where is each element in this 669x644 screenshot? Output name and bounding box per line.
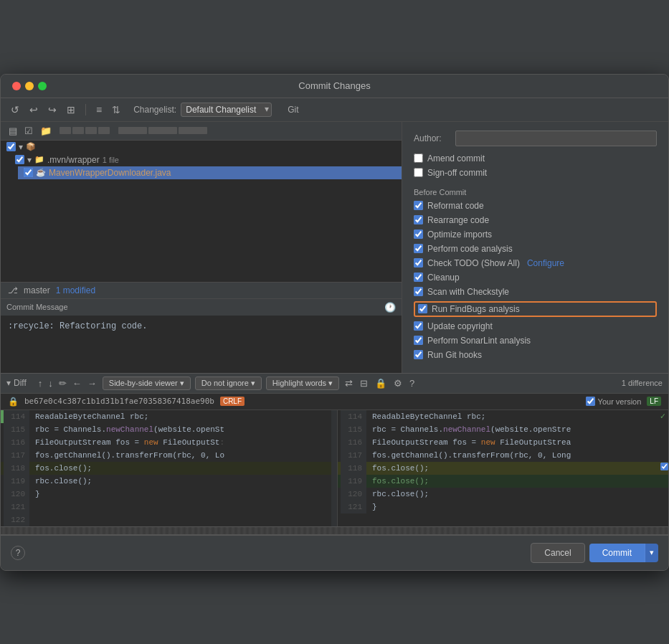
minimize-button[interactable]: [25, 82, 34, 90]
optimize-checkbox[interactable]: [414, 229, 423, 239]
author-input[interactable]: [455, 131, 657, 146]
root-checkbox[interactable]: [6, 142, 16, 151]
tree-check-icon[interactable]: ☑: [22, 125, 35, 137]
configure-link[interactable]: Configure: [527, 258, 564, 268]
diff-collapse-icon: ▾: [6, 378, 11, 388]
option-cleanup-row: Cleanup: [414, 273, 657, 283]
dialog-title: Commit Changes: [298, 80, 370, 91]
rearrange-checkbox[interactable]: [414, 215, 423, 224]
toolbar: ↺ ↩ ↪ ⊞ ≡ ⇅ Changelist: Default Changeli…: [1, 98, 668, 122]
diff-right-label: Your version: [598, 397, 642, 406]
cleanup-label: Cleanup: [427, 273, 460, 283]
status-bar: ⎇ master 1 modified: [1, 282, 402, 299]
diff-header: ▾ Diff ↑ ↓ ✏ ← → Side-by-side viewer ▾ D…: [1, 374, 668, 394]
viewer-select[interactable]: Side-by-side viewer ▾: [103, 377, 191, 390]
diff-columns-icon[interactable]: ⊟: [359, 377, 369, 390]
tree-file-row[interactable]: ☕ MavenWrapperDownloader.java: [18, 166, 402, 179]
diff-toggle[interactable]: ▾ Diff: [6, 378, 27, 388]
viewer-label: Side-by-side viewer: [109, 379, 178, 387]
findbugs-label: Run FindBugs analysis: [432, 304, 520, 314]
refresh-icon[interactable]: ↺: [8, 103, 22, 117]
ignore-arrow: ▾: [251, 379, 255, 388]
maximize-button[interactable]: [38, 82, 47, 90]
commit-button[interactable]: Commit: [589, 544, 645, 562]
help-button[interactable]: ?: [11, 546, 25, 560]
diff-up-icon[interactable]: ↑: [37, 377, 44, 390]
githooks-checkbox[interactable]: [414, 350, 423, 359]
diff-right-line-117: 117 fos.getChannel().transferFrom(rbc, 0…: [338, 449, 668, 462]
commit-button-group: Commit ▾: [589, 544, 658, 562]
branch-icon: ⎇: [8, 285, 18, 295]
changed-checkbox: [660, 462, 668, 475]
highlight-select[interactable]: Highlight words ▾: [266, 377, 339, 390]
rearrange-label: Rearrange code: [427, 215, 489, 225]
optimize-label: Optimize imports: [427, 229, 492, 240]
tree-root-row[interactable]: ▾ 📦: [1, 141, 402, 153]
checkstyle-label: Scan with Checkstyle: [427, 287, 509, 297]
folder-icon: 📁: [34, 155, 44, 164]
commit-message-input[interactable]: :recycle: Refactoring code.: [1, 316, 402, 373]
copyright-checkbox[interactable]: [414, 321, 423, 331]
reformat-checkbox[interactable]: [414, 201, 423, 210]
diff-prev-icon[interactable]: ←: [71, 377, 83, 390]
changelist-wrapper[interactable]: Default Changelist: [181, 103, 272, 117]
diff-right-line-116: 116 FileOutputStream fos = new FileOutpu…: [338, 436, 668, 449]
diff-right-line-118: 118 fos.close();: [338, 462, 668, 475]
option-optimize-row: Optimize imports: [414, 229, 657, 240]
diff-left-encoding: CRLF: [220, 397, 245, 406]
diff-right-line-114: 114 ReadableByteChannel rbc; ✓: [338, 410, 668, 423]
tree-expand-icon[interactable]: ▤: [6, 125, 19, 137]
close-button[interactable]: [12, 82, 21, 90]
file-checkbox[interactable]: [24, 168, 33, 177]
analysis-checkbox[interactable]: [414, 244, 423, 253]
redo-icon[interactable]: ↪: [45, 103, 60, 117]
ignore-label: Do not ignore: [201, 379, 249, 387]
git-label: Git: [288, 105, 298, 115]
mvn-checkbox[interactable]: [15, 155, 24, 164]
title-bar: Commit Changes: [1, 75, 668, 98]
cleanup-checkbox[interactable]: [414, 273, 423, 282]
tree-folder-icon[interactable]: 📁: [38, 125, 54, 137]
sort-icon[interactable]: ⇅: [109, 103, 123, 117]
diff-help-icon[interactable]: ?: [408, 377, 416, 390]
list-icon[interactable]: ≡: [93, 103, 105, 117]
diff-left-hash: be67e0c4c387c1b1d31b1fae70358367418ae90b: [24, 397, 214, 406]
cancel-button[interactable]: Cancel: [531, 543, 584, 563]
signoff-checkbox[interactable]: [414, 168, 423, 177]
amend-commit-label: Amend commit: [427, 153, 485, 164]
diff-right-line-121: 121 }: [338, 501, 668, 513]
diff-section: ▾ Diff ↑ ↓ ✏ ← → Side-by-side viewer ▾ D…: [1, 373, 668, 535]
clock-icon[interactable]: 🕐: [384, 302, 396, 313]
diff-edit-icon[interactable]: ✏: [57, 377, 68, 390]
reformat-label: Reformat code: [427, 201, 484, 211]
diff-settings-icon[interactable]: ⚙: [392, 377, 404, 390]
option-copyright-row: Update copyright: [414, 321, 657, 331]
diff-sync-icon[interactable]: ⇄: [343, 377, 354, 390]
modified-count[interactable]: 1 modified: [56, 285, 95, 295]
findbugs-checkbox[interactable]: [418, 304, 427, 313]
main-content: ▤ ☑ 📁 ▾: [1, 122, 668, 373]
diff-lock-icon2: 🔒: [8, 397, 19, 407]
group-icon[interactable]: ⊞: [64, 103, 78, 117]
changelist-select[interactable]: Default Changelist: [181, 103, 272, 117]
diff-version-checkbox[interactable]: [586, 397, 595, 406]
root-icon: 📦: [26, 142, 36, 151]
tree-mvn-row[interactable]: ▾ 📁 .mvn/wrapper 1 file: [9, 153, 402, 166]
diff-next-icon[interactable]: →: [86, 377, 98, 390]
diff-down-icon[interactable]: ↓: [47, 377, 54, 390]
undo-icon[interactable]: ↩: [27, 103, 41, 117]
wavy-separator: [1, 526, 668, 535]
changelist-label: Changelist:: [133, 105, 176, 115]
ignore-select[interactable]: Do not ignore ▾: [195, 377, 262, 390]
commit-dropdown-arrow[interactable]: ▾: [645, 544, 658, 562]
checkstyle-checkbox[interactable]: [414, 287, 423, 296]
diff-lock-icon[interactable]: 🔒: [374, 377, 388, 390]
todo-checkbox[interactable]: [414, 258, 423, 267]
copyright-label: Update copyright: [427, 321, 493, 331]
right-green-check: ✓: [660, 410, 668, 423]
sonarlint-checkbox[interactable]: [414, 336, 423, 345]
amend-commit-checkbox[interactable]: [414, 153, 423, 163]
commit-message-section: Commit Message 🕐 :recycle: Refactoring c…: [1, 299, 402, 373]
signoff-label: Sign-off commit: [427, 168, 487, 178]
diff-left-line-115: 115 rbc = Channels.newChannel(website.op…: [1, 423, 331, 436]
